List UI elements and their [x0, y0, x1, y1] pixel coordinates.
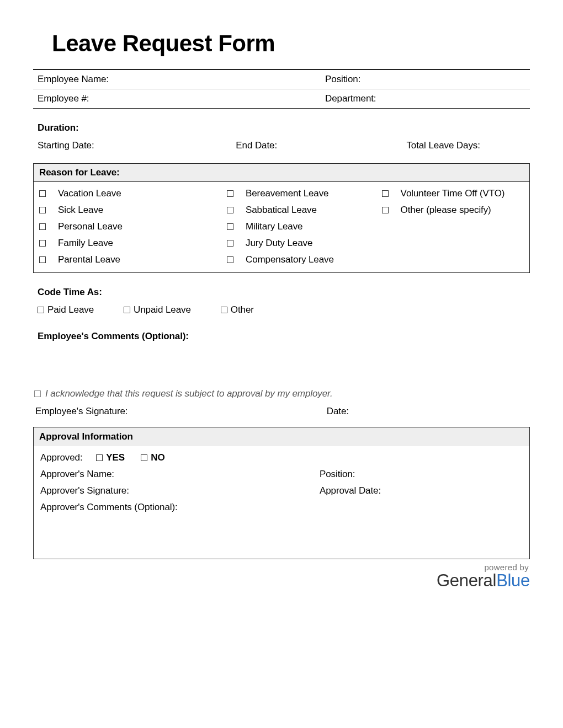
reason-label: Compensatory Leave — [246, 254, 334, 265]
code-paid-leave[interactable]: Paid Leave — [38, 304, 94, 315]
code-time-heading: Code Time As: — [38, 287, 525, 298]
checkbox-icon — [221, 307, 227, 313]
reason-vto[interactable]: Volunteer Time Off (VTO) — [382, 185, 524, 202]
checkbox-icon — [227, 207, 233, 213]
approval-date-field[interactable]: Approval Date: — [320, 485, 523, 496]
reason-sabbatical[interactable]: Sabbatical Leave — [227, 202, 376, 218]
reason-compensatory[interactable]: Compensatory Leave — [227, 251, 376, 268]
code-label: Unpaid Leave — [134, 304, 191, 315]
reason-label: Sick Leave — [58, 205, 103, 216]
powered-by-label: powered by — [33, 559, 530, 572]
code-label: Paid Leave — [47, 304, 94, 315]
total-leave-days-field[interactable]: Total Leave Days: — [406, 140, 525, 151]
department-field[interactable]: Department: — [321, 89, 530, 108]
reason-heading: Reason for Leave: — [34, 164, 529, 182]
no-label: NO — [151, 452, 164, 463]
brand-blue: Blue — [496, 571, 530, 590]
starting-date-field[interactable]: Starting Date: — [38, 140, 236, 151]
code-label: Other — [231, 304, 254, 315]
code-time-section: Code Time As: Paid Leave Unpaid Leave Ot… — [33, 273, 530, 324]
approved-yes[interactable]: YES — [96, 452, 125, 463]
reason-parental[interactable]: Parental Leave — [39, 251, 221, 268]
end-date-field[interactable]: End Date: — [236, 140, 406, 151]
signature-row: Employee's Signature: Date: — [33, 404, 530, 427]
ack-text: I acknowledge that this request is subje… — [45, 388, 333, 399]
employee-signature-field[interactable]: Employee's Signature: — [35, 406, 327, 417]
checkbox-icon — [38, 307, 44, 313]
checkbox-icon — [39, 223, 46, 230]
reason-label: Other (please specify) — [401, 205, 491, 216]
approval-box: Approval Information Approved: YES NO Ap… — [33, 427, 530, 559]
page-title: Leave Request Form — [33, 30, 530, 57]
employee-name-field[interactable]: Employee Name: — [33, 70, 321, 89]
reason-bereavement[interactable]: Bereavement Leave — [227, 185, 376, 202]
checkbox-icon — [39, 207, 46, 213]
brand-logo: GeneralBlue — [33, 572, 530, 589]
checkbox-icon — [96, 454, 103, 461]
approver-position-field[interactable]: Position: — [320, 469, 523, 480]
checkbox-icon — [227, 223, 233, 230]
checkbox-icon — [39, 256, 46, 263]
approver-signature-field[interactable]: Approver's Signature: — [40, 485, 320, 496]
yes-label: YES — [106, 452, 125, 463]
brand-general: General — [437, 571, 496, 590]
code-unpaid-leave[interactable]: Unpaid Leave — [124, 304, 191, 315]
position-field[interactable]: Position: — [321, 70, 530, 89]
approved-label: Approved: — [40, 452, 83, 463]
reason-vacation[interactable]: Vacation Leave — [39, 185, 221, 202]
comments-section: Employee's Comments (Optional): — [33, 324, 530, 352]
duration-heading: Duration: — [38, 122, 525, 133]
acknowledgement[interactable]: I acknowledge that this request is subje… — [33, 387, 530, 404]
checkbox-icon — [34, 390, 41, 397]
checkbox-icon — [227, 256, 233, 263]
reason-for-leave-box: Reason for Leave: Vacation Leave Sick Le… — [33, 163, 530, 273]
approver-name-field[interactable]: Approver's Name: — [40, 469, 320, 480]
checkbox-icon — [39, 190, 46, 197]
employee-comments-heading: Employee's Comments (Optional): — [38, 331, 525, 342]
reason-label: Volunteer Time Off (VTO) — [401, 188, 505, 199]
approved-no[interactable]: NO — [141, 452, 164, 463]
checkbox-icon — [227, 190, 233, 197]
duration-section: Duration: Starting Date: End Date: Total… — [33, 109, 530, 163]
reason-jury-duty[interactable]: Jury Duty Leave — [227, 235, 376, 251]
approver-comments-area[interactable] — [39, 516, 524, 554]
signature-date-field[interactable]: Date: — [327, 406, 528, 417]
reason-label: Sabbatical Leave — [246, 205, 317, 216]
checkbox-icon — [227, 240, 233, 247]
checkbox-icon — [124, 307, 130, 313]
reason-personal[interactable]: Personal Leave — [39, 218, 221, 235]
reason-sick[interactable]: Sick Leave — [39, 202, 221, 218]
reason-label: Family Leave — [58, 238, 113, 249]
reason-label: Personal Leave — [58, 221, 123, 232]
approver-comments-label: Approver's Comments (Optional): — [40, 502, 178, 513]
employee-info: Employee Name: Employee #: Position: Dep… — [33, 70, 530, 108]
reason-label: Bereavement Leave — [246, 188, 328, 199]
reason-label: Jury Duty Leave — [246, 238, 312, 249]
reason-military[interactable]: Military Leave — [227, 218, 376, 235]
employee-number-field[interactable]: Employee #: — [33, 89, 321, 108]
reason-label: Parental Leave — [58, 254, 120, 265]
comments-area[interactable] — [33, 352, 530, 387]
reason-other[interactable]: Other (please specify) — [382, 202, 524, 218]
checkbox-icon — [382, 190, 389, 197]
reason-label: Vacation Leave — [58, 188, 121, 199]
reason-label: Military Leave — [246, 221, 302, 232]
reason-family[interactable]: Family Leave — [39, 235, 221, 251]
approval-heading: Approval Information — [34, 427, 529, 446]
checkbox-icon — [39, 240, 46, 247]
checkbox-icon — [382, 207, 389, 213]
checkbox-icon — [141, 454, 147, 461]
code-other[interactable]: Other — [221, 304, 254, 315]
